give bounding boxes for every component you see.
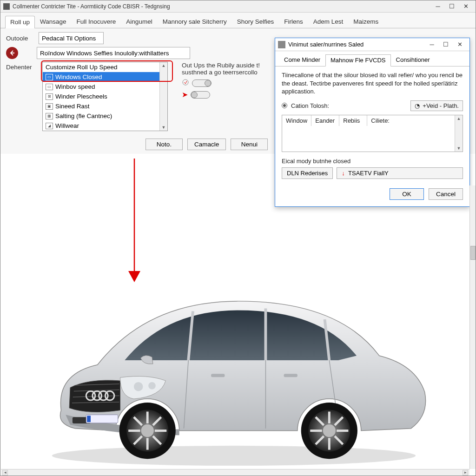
svg-rect-14 <box>87 416 91 422</box>
svg-point-0 <box>183 79 188 85</box>
table-header[interactable]: Ciliete: <box>367 115 455 126</box>
tab-adem[interactable]: Adem Lest <box>308 15 349 28</box>
down-arrow-icon: ↓ <box>342 170 345 177</box>
section-label: Eical mody butnhe closed <box>282 158 463 165</box>
aside-description: Out Ups the Rubily auside t! susthned a … <box>182 62 265 99</box>
svg-point-1 <box>52 446 416 466</box>
list-item[interactable]: ▭Winbov speed <box>43 82 159 92</box>
tab-roll-up[interactable]: Roll up <box>5 16 35 28</box>
dialog-footer: OK Cancel <box>275 184 469 206</box>
app-icon <box>3 3 10 10</box>
options-listbox[interactable]: Customize Roll Up Speed ▭ Windows Closed… <box>42 62 168 131</box>
dialog-body: Tiinecallone of that the silour blosed i… <box>275 66 469 184</box>
dialog-tab-come[interactable]: Come Minder <box>279 54 325 66</box>
tab-mannory[interactable]: Mannory sale Sitcherry <box>158 15 232 28</box>
outoole-label: Outoole <box>6 35 39 42</box>
list-item-selected[interactable]: ▭ Windows Closed <box>43 72 159 82</box>
dialog-icon <box>278 41 285 48</box>
minimize-button[interactable]: ─ <box>431 1 445 12</box>
box-icon: ⊠ <box>46 93 53 100</box>
back-icon[interactable] <box>6 47 18 59</box>
horizontal-scrollbar[interactable]: ◂ ▸ <box>1 469 469 476</box>
dialog-close-button[interactable]: ✕ <box>453 40 467 50</box>
main-titlebar: Collmenter Contricter Tite - Aormtiicity… <box>0 0 476 13</box>
svg-point-17 <box>141 424 154 437</box>
dialog-description: Tiinecallone of that the silour blosed i… <box>282 71 463 96</box>
dialog-title: Vinimut saler/nurrines Saled <box>288 41 425 48</box>
tab-maizems[interactable]: Maizems <box>348 15 383 28</box>
tab-shory[interactable]: Shory Selfies <box>232 15 279 28</box>
table-header[interactable]: Rebiis <box>339 115 367 126</box>
scroll-right-icon[interactable]: ▸ <box>463 470 468 476</box>
noto-button[interactable]: Noto. <box>145 139 183 150</box>
radio-selected-icon[interactable] <box>282 103 287 108</box>
close-button[interactable]: ✕ <box>459 1 473 12</box>
list-item[interactable]: ◢Willwear <box>43 121 159 131</box>
dialog-tab-cons[interactable]: Consihtioner <box>391 54 435 66</box>
list-item-label: Windows Closed <box>55 73 102 80</box>
arrow-icon: ➤ <box>182 90 188 99</box>
dialog-table[interactable]: Window Eander Rebiis Ciliete: ▲▼ <box>282 115 463 152</box>
list-item[interactable]: ▦Salting (fle Cantnec) <box>43 111 159 121</box>
box-icon: ◢ <box>46 123 53 129</box>
car-illustration <box>29 278 438 469</box>
listbox-scrollbar[interactable]: ▲▼ <box>159 62 167 131</box>
window-title: Collmenter Contricter Tite - Aormtiicity… <box>13 3 431 10</box>
radio-label: Cation Tolosh: <box>291 102 329 109</box>
main-window: Collmenter Contricter Tite - Aormtiicity… <box>0 0 476 476</box>
nenui-button[interactable]: Nenui <box>231 139 268 150</box>
table-scrollbar[interactable]: ▲▼ <box>455 115 463 152</box>
toggle-icon <box>182 79 189 87</box>
cancel-button[interactable]: Cancel <box>429 188 463 200</box>
car-preview-area <box>1 185 475 470</box>
speed-toggle-1[interactable] <box>192 79 212 87</box>
dialog-titlebar: Vinimut saler/nurrines Saled ─ ☐ ✕ <box>275 38 469 51</box>
svg-rect-38 <box>284 374 298 377</box>
tab-firlens[interactable]: Firlens <box>279 15 308 28</box>
maximize-button[interactable]: ☐ <box>445 1 459 12</box>
sub-field[interactable] <box>37 47 190 59</box>
outoole-field[interactable] <box>39 32 104 44</box>
main-tabs: Roll up Wansage Full Inocuvere Aingumel … <box>0 13 476 28</box>
dln-button[interactable]: DLN Rederises <box>282 167 333 179</box>
list-item[interactable]: ⊠Winder Plescheels <box>43 92 159 101</box>
tab-full[interactable]: Full Inocuvere <box>72 15 121 28</box>
camacle-button[interactable]: Camacle <box>187 139 226 150</box>
svg-point-28 <box>323 424 336 437</box>
tsa-button[interactable]: ↓ TSAETV FiallY <box>337 167 463 179</box>
dialog-maximize-button[interactable]: ☐ <box>439 40 453 50</box>
svg-point-11 <box>148 382 156 390</box>
listbox-header[interactable]: Customize Roll Up Speed <box>43 62 159 72</box>
table-header[interactable]: Window <box>282 115 311 126</box>
box-icon: ▭ <box>46 84 53 90</box>
tab-wansage[interactable]: Wansage <box>35 15 72 28</box>
svg-point-10 <box>134 382 143 391</box>
tab-aingumel[interactable]: Aingumel <box>121 15 157 28</box>
table-header[interactable]: Eander <box>311 115 339 126</box>
dehenter-label: Dehenter <box>6 64 42 71</box>
ok-button[interactable]: OK <box>390 188 424 200</box>
disk-icon: ◔ <box>415 102 420 109</box>
box-icon: ▦ <box>46 113 53 119</box>
scrollbar-thumb[interactable] <box>470 246 476 260</box>
window-icon: ▭ <box>46 74 53 80</box>
dialog-tabs: Come Minder Mahnow Fle FVCDS Consihtione… <box>275 51 469 66</box>
box-icon: ▣ <box>46 103 53 110</box>
dialog-minimize-button[interactable]: ─ <box>425 40 439 50</box>
dialog-tab-mahnow[interactable]: Mahnow Fle FVCDS <box>325 54 390 66</box>
list-item[interactable]: ▣Sineed Rast <box>43 101 159 111</box>
scroll-left-icon[interactable]: ◂ <box>2 470 8 476</box>
path-field[interactable]: ◔ +Veid - Plath. <box>410 100 463 111</box>
settings-dialog: Vinimut saler/nurrines Saled ─ ☐ ✕ Come … <box>275 38 470 207</box>
vertical-scrollbar[interactable] <box>469 185 476 469</box>
speed-toggle-2[interactable] <box>191 91 210 99</box>
svg-rect-37 <box>211 374 225 377</box>
svg-rect-13 <box>86 415 118 423</box>
